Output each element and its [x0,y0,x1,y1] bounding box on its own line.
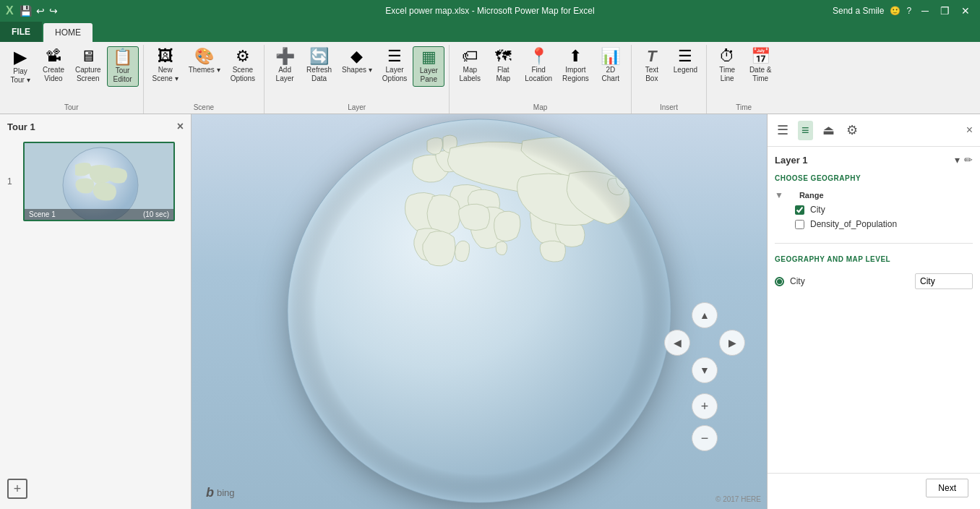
legend-button[interactable]: ☰ Legend [669,46,702,77]
map-labels-button[interactable]: 🏷 MapLabels [454,46,486,85]
range-item: ▼ Range [775,188,973,202]
new-scene-button[interactable]: 🖼 NewScene ▾ [148,46,183,85]
tour-panel-close-button[interactable]: × [177,120,184,133]
undo-icon[interactable]: ↩ [36,5,45,17]
list-tool-icon[interactable]: ≡ [798,121,813,140]
layers-tool-icon[interactable]: ☰ [775,120,791,140]
scene-options-button[interactable]: ⚙ SceneOptions [226,46,259,85]
right-panel-close-button[interactable]: × [966,124,973,137]
add-layer-icon: ➕ [275,48,295,64]
refresh-data-icon: 🔄 [309,48,329,64]
scene-options-icon: ⚙ [236,48,250,64]
refresh-data-button[interactable]: 🔄 RefreshData [302,46,336,85]
legend-label: Legend [674,66,697,74]
title-bar-right: Send a Smile 🙂 ? ─ ❐ ✕ [833,5,974,17]
add-scene-button[interactable]: + [7,479,27,499]
geography-level-title: GEOGRAPHY AND MAP LEVEL [775,255,973,263]
date-time-button[interactable]: 📅 Date &Time [744,46,776,85]
right-panel-content: Layer 1 ▾ ✏ CHOOSE GEOGRAPHY ▼ Range Cit… [768,147,980,473]
flat-map-button[interactable]: 🗺 FlatMap [487,46,519,85]
density-checkbox-label: Density_of_Population [810,219,897,229]
tour-group-items: ▶ PlayTour ▾ 📽 CreateVideo 🖥 CaptureScre… [3,45,140,101]
window-title: Excel power map.xlsx - Microsoft Power M… [385,6,594,16]
time-group-items: ⏱ TimeLine 📅 Date &Time [710,45,778,101]
nav-down-button[interactable]: ▼ [692,357,718,383]
city-geo-select[interactable]: City State Country Continent [915,273,973,289]
geography-row: City City State Country Continent [775,269,973,294]
next-button[interactable]: Next [926,479,968,497]
2d-chart-button[interactable]: 📊 2DChart [595,46,627,85]
play-tour-icon: ▶ [14,48,27,66]
smile-icon: 🙂 [890,6,901,16]
save-icon[interactable]: 💾 [20,5,32,17]
text-box-button[interactable]: T TextBox [636,46,668,85]
scene-thumbnail[interactable]: Scene 1 (10 sec) [23,142,175,221]
flat-map-icon: 🗺 [495,48,511,64]
layer-header: Layer 1 ▾ ✏ [775,154,973,166]
create-video-icon: 📽 [46,48,61,64]
tab-home[interactable]: HOME [43,23,93,42]
layer-group-label: Layer [267,101,446,114]
density-checkbox[interactable] [795,220,804,229]
globe-svg [270,114,689,509]
nav-right-button[interactable]: ▶ [719,330,745,356]
title-bar-left: X 💾 ↩ ↪ [6,4,58,17]
restore-button[interactable]: ❐ [936,5,954,17]
2d-chart-label: 2DChart [602,66,619,83]
redo-icon[interactable]: ↪ [49,5,58,17]
ribbon-group-time: ⏱ TimeLine 📅 Date &Time Time [707,45,781,114]
tour-panel: Tour 1 × 1 [0,114,192,509]
themes-button[interactable]: 🎨 Themes ▾ [184,46,225,77]
ribbon-group-map: 🏷 MapLabels 🗺 FlatMap 📍 FindLocation ⬆ I… [450,45,632,114]
zoom-in-button[interactable]: + [692,393,718,419]
city-radio[interactable] [775,277,784,286]
2d-chart-icon: 📊 [601,48,620,64]
layer-dropdown-button[interactable]: ▾ [955,154,960,166]
map-area[interactable]: ▲ ◀ ▶ ▼ + − b bing © 2017 HERE [192,114,767,509]
filter-tool-icon[interactable]: ⏏ [820,120,837,140]
tour-editor-button[interactable]: 📋 TourEditor [107,46,139,87]
play-tour-button[interactable]: ▶ PlayTour ▾ [4,46,36,87]
ribbon-group-scene: 🖼 NewScene ▾ 🎨 Themes ▾ ⚙ SceneOptions S… [144,45,265,114]
scene-options-label: SceneOptions [231,66,255,83]
layer-edit-button[interactable]: ✏ [964,154,973,166]
tab-file[interactable]: FILE [0,22,42,42]
time-group-label: Time [710,101,778,114]
new-scene-icon: 🖼 [158,48,173,64]
nav-up-button[interactable]: ▲ [692,302,718,328]
shapes-button[interactable]: ◆ Shapes ▾ [338,46,377,77]
nav-left-button[interactable]: ◀ [664,330,690,356]
nav-ring: ▲ ◀ ▶ ▼ [664,302,745,383]
layer-options-button[interactable]: ☰ LayerOptions [378,46,411,85]
find-location-icon: 📍 [529,48,549,64]
help-icon[interactable]: ? [906,6,911,16]
layer-pane-button[interactable]: ▦ LayerPane [413,46,444,87]
time-line-button[interactable]: ⏱ TimeLine [711,46,743,85]
send-smile-label[interactable]: Send a Smile [833,6,884,16]
minimize-button[interactable]: ─ [917,5,933,17]
choose-geography-title: CHOOSE GEOGRAPHY [775,174,973,182]
city-checkbox[interactable] [795,205,804,215]
settings-tool-icon[interactable]: ⚙ [844,120,860,140]
insert-group-label: Insert [635,101,703,114]
import-regions-button[interactable]: ⬆ ImportRegions [558,46,593,85]
zoom-controls: + − [692,393,718,451]
create-video-button[interactable]: 📽 CreateVideo [38,46,69,85]
scene-item: 1 [7,139,184,224]
find-location-button[interactable]: 📍 FindLocation [520,46,556,85]
excel-icon: X [6,4,14,17]
here-credit: © 2017 HERE [715,495,761,503]
range-triangle-icon: ▼ [775,190,783,200]
tour-panel-header: Tour 1 × [0,114,191,139]
range-label: Range [788,191,824,200]
geography-level-section: GEOGRAPHY AND MAP LEVEL City City State … [775,255,973,294]
add-layer-button[interactable]: ➕ AddLayer [269,46,301,85]
flat-map-label: FlatMap [497,66,510,83]
scene-group-label: Scene [147,101,262,114]
close-button[interactable]: ✕ [957,5,974,17]
text-box-label: TextBox [645,66,658,83]
zoom-out-button[interactable]: − [692,425,718,451]
scene-group-items: 🖼 NewScene ▾ 🎨 Themes ▾ ⚙ SceneOptions [147,45,262,101]
capture-screen-button[interactable]: 🖥 CaptureScreen [71,46,106,85]
layer-options-icon: ☰ [387,48,402,64]
